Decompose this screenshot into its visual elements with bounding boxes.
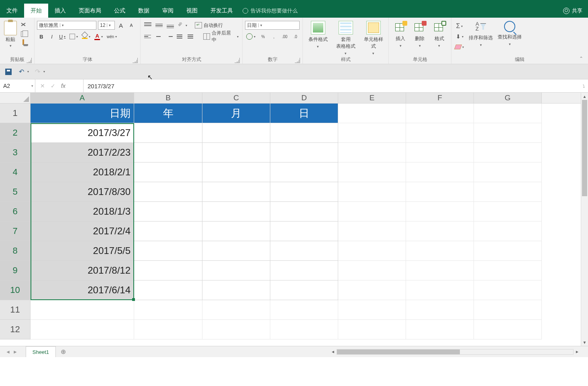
insert-cells-button[interactable]: 插入 ▾ bbox=[393, 21, 408, 56]
cell-C5[interactable] bbox=[202, 182, 270, 202]
cell-A8[interactable]: 2017/5/5 bbox=[31, 241, 134, 261]
tab-review[interactable]: 审阅 bbox=[156, 4, 180, 18]
cell-F5[interactable] bbox=[406, 182, 474, 202]
row-header-4[interactable]: 4 bbox=[0, 163, 31, 182]
scroll-thumb[interactable] bbox=[582, 100, 587, 196]
insert-function-button[interactable]: fx bbox=[61, 83, 65, 89]
col-header-B[interactable]: B bbox=[134, 93, 202, 103]
collapse-ribbon-button[interactable]: ⌃ bbox=[579, 56, 583, 61]
row-header-9[interactable]: 9 bbox=[0, 261, 31, 280]
cell-D8[interactable] bbox=[270, 241, 338, 261]
fill-color-button[interactable] bbox=[81, 32, 92, 41]
cell-G8[interactable] bbox=[474, 241, 542, 261]
borders-button[interactable] bbox=[68, 32, 79, 41]
dialog-launcher[interactable] bbox=[133, 58, 138, 63]
cell-D5[interactable] bbox=[270, 182, 338, 202]
phonetic-button[interactable]: wén bbox=[106, 32, 118, 41]
expand-formula-bar-button[interactable]: ⤵ bbox=[583, 84, 585, 88]
cell-E5[interactable] bbox=[338, 182, 406, 202]
cell-styles-button[interactable]: 单元格样式 ▾ bbox=[362, 21, 384, 56]
format-painter-button[interactable] bbox=[22, 39, 24, 45]
cell-B9[interactable] bbox=[134, 261, 202, 280]
cell-A4[interactable]: 2018/2/1 bbox=[31, 163, 134, 182]
align-left-button[interactable] bbox=[143, 32, 152, 41]
underline-button[interactable]: U bbox=[58, 32, 67, 41]
cell-F7[interactable] bbox=[406, 221, 474, 241]
cell-F2[interactable] bbox=[406, 123, 474, 143]
autosum-button[interactable]: Σ bbox=[454, 22, 465, 30]
row-header-3[interactable]: 3 bbox=[0, 143, 31, 163]
cell-A12[interactable] bbox=[31, 320, 134, 339]
scroll-down-button[interactable]: ▼ bbox=[581, 339, 588, 346]
row-header-7[interactable]: 7 bbox=[0, 221, 31, 241]
tab-view[interactable]: 视图 bbox=[180, 4, 204, 18]
cell-A3[interactable]: 2017/2/23 bbox=[31, 143, 134, 163]
dialog-launcher[interactable] bbox=[27, 58, 32, 63]
orientation-button[interactable] bbox=[177, 21, 188, 30]
cell-A6[interactable]: 2018/1/3 bbox=[31, 202, 134, 221]
cell-A7[interactable]: 2017/2/4 bbox=[31, 221, 134, 241]
tab-page-layout[interactable]: 页面布局 bbox=[72, 4, 108, 18]
enter-formula-button[interactable]: ✓ bbox=[51, 83, 55, 89]
dialog-launcher[interactable] bbox=[235, 58, 240, 63]
cell-F6[interactable] bbox=[406, 202, 474, 221]
cell-B4[interactable] bbox=[134, 163, 202, 182]
tell-me[interactable]: 告诉我你想要做什么 bbox=[239, 4, 298, 18]
formula-input[interactable]: 2017/3/27 ⤵ bbox=[84, 79, 588, 92]
cell-F10[interactable] bbox=[406, 280, 474, 300]
cell-C1[interactable]: 月 bbox=[202, 104, 270, 123]
col-header-E[interactable]: E bbox=[338, 93, 406, 103]
font-size-combo[interactable]: 12 ▾ bbox=[98, 21, 115, 30]
cell-F8[interactable] bbox=[406, 241, 474, 261]
tab-nav-next[interactable]: ► bbox=[13, 349, 18, 355]
col-header-F[interactable]: F bbox=[406, 93, 474, 103]
clear-button[interactable] bbox=[454, 43, 465, 51]
cell-D6[interactable] bbox=[270, 202, 338, 221]
cell-E6[interactable] bbox=[338, 202, 406, 221]
align-center-button[interactable] bbox=[154, 32, 163, 41]
font-name-combo[interactable]: 微软雅黑 ▾ bbox=[37, 21, 96, 30]
sheet-tab-sheet1[interactable]: Sheet1 bbox=[26, 346, 56, 357]
wrap-text-button[interactable]: 自动换行 bbox=[195, 22, 223, 29]
merge-center-button[interactable]: 合并后居中 bbox=[202, 32, 240, 41]
cell-D10[interactable] bbox=[270, 280, 338, 300]
number-format-combo[interactable]: 日期 ▾ bbox=[245, 21, 300, 30]
cell-G2[interactable] bbox=[474, 123, 542, 143]
fill-button[interactable]: ⬇ bbox=[454, 32, 465, 41]
row-header-1[interactable]: 1 bbox=[0, 104, 31, 123]
increase-indent-button[interactable] bbox=[186, 32, 196, 41]
cell-D12[interactable] bbox=[270, 320, 338, 339]
tab-insert[interactable]: 插入 bbox=[48, 4, 72, 18]
copy-button[interactable] bbox=[21, 31, 26, 37]
cell-C6[interactable] bbox=[202, 202, 270, 221]
cell-B11[interactable] bbox=[134, 300, 202, 320]
row-header-8[interactable]: 8 bbox=[0, 241, 31, 261]
cell-E9[interactable] bbox=[338, 261, 406, 280]
cell-E8[interactable] bbox=[338, 241, 406, 261]
tab-nav-prev[interactable]: ◄ bbox=[6, 349, 10, 355]
cell-B6[interactable] bbox=[134, 202, 202, 221]
cell-D2[interactable] bbox=[270, 123, 338, 143]
vertical-scrollbar[interactable]: ▲ ▼ bbox=[581, 93, 588, 346]
cell-B7[interactable] bbox=[134, 221, 202, 241]
name-box[interactable]: A2 ▾ bbox=[0, 79, 35, 92]
cell-B10[interactable] bbox=[134, 280, 202, 300]
save-button[interactable] bbox=[4, 67, 13, 76]
cell-G9[interactable] bbox=[474, 261, 542, 280]
row-header-2[interactable]: 2 bbox=[0, 123, 31, 143]
comma-button[interactable]: , bbox=[269, 32, 278, 41]
cell-C3[interactable] bbox=[202, 143, 270, 163]
cell-B3[interactable] bbox=[134, 143, 202, 163]
cell-A2[interactable]: 2017/3/27 bbox=[31, 123, 134, 143]
cell-G7[interactable] bbox=[474, 221, 542, 241]
cell-G3[interactable] bbox=[474, 143, 542, 163]
cell-C10[interactable] bbox=[202, 280, 270, 300]
cell-B2[interactable] bbox=[134, 123, 202, 143]
italic-button[interactable]: I bbox=[47, 32, 56, 41]
cell-E12[interactable] bbox=[338, 320, 406, 339]
increase-decimal-button[interactable]: .00 bbox=[280, 32, 289, 41]
cell-G6[interactable] bbox=[474, 202, 542, 221]
select-all-button[interactable] bbox=[0, 93, 31, 103]
redo-button[interactable] bbox=[33, 67, 42, 76]
cell-E10[interactable] bbox=[338, 280, 406, 300]
